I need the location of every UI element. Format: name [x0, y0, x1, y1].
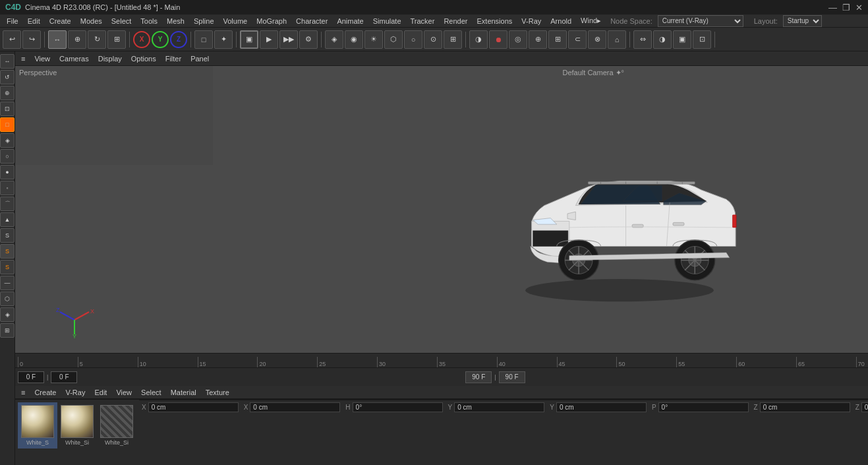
sidebar-extra-btn[interactable]: ⊞ [0, 323, 14, 338]
sidebar-bp-btn[interactable]: ◈ [0, 307, 14, 322]
array-btn[interactable]: ⊗ [588, 30, 606, 49]
menu-modes[interactable]: Modes [76, 16, 106, 26]
mat-item-0[interactable]: White_S [18, 402, 57, 449]
coord-z2-input[interactable] [861, 402, 868, 412]
transform-btn[interactable]: ⊞ [107, 30, 126, 49]
y-axis-btn[interactable]: Y [152, 31, 169, 48]
z-axis-btn[interactable]: Z [170, 31, 187, 48]
sidebar-mat-btn[interactable]: S [0, 228, 14, 243]
vp-menu-view[interactable]: View [31, 53, 53, 64]
menu-vray[interactable]: V-Ray [517, 16, 545, 26]
menu-wind[interactable]: Wind▸ [577, 15, 605, 26]
rotate-tool-btn[interactable]: ↻ [88, 30, 106, 49]
sidebar-rotate-btn[interactable]: ↺ [0, 70, 14, 84]
menu-render[interactable]: Render [440, 16, 471, 26]
vp-menu-filter[interactable]: Filter [162, 53, 185, 64]
vp-menu-options[interactable]: Options [128, 53, 159, 64]
mat-item-1[interactable]: White_Si [57, 402, 97, 449]
vp-menu-cameras[interactable]: Cameras [56, 53, 92, 64]
menu-arnold[interactable]: Arnold [546, 16, 575, 26]
scale-tool-btn[interactable]: ⊕ [68, 30, 86, 49]
end-frame-input1[interactable] [465, 371, 492, 383]
menu-extensions[interactable]: Extensions [473, 16, 516, 26]
sidebar-scale-btn[interactable]: ⊕ [0, 86, 14, 100]
mat-menu-view[interactable]: View [113, 387, 135, 398]
vp-menu-panel[interactable]: Panel [187, 53, 212, 64]
title-controls[interactable]: — ❐ ✕ [828, 3, 863, 13]
sidebar-edge-btn[interactable]: — [0, 276, 14, 290]
scene-btn[interactable]: ⊙ [424, 30, 442, 49]
undo-btn[interactable]: ↩ [3, 30, 21, 49]
sidebar-deform-btn[interactable]: ⌒ [0, 197, 14, 211]
close-btn[interactable]: ✕ [855, 3, 863, 13]
menu-volume[interactable]: Volume [219, 16, 252, 26]
photo2-btn[interactable]: ⊡ [693, 30, 711, 49]
sculpt-btn[interactable]: ◑ [469, 30, 488, 49]
paint-btn[interactable]: ◑ [653, 30, 672, 49]
menu-tracker[interactable]: Tracker [407, 16, 439, 26]
sidebar-uv-btn[interactable]: ◈ [0, 133, 14, 148]
sidebar-weight-btn[interactable]: ○ [0, 149, 14, 164]
mat-item-2[interactable]: White_Si [97, 402, 136, 449]
menu-edit[interactable]: Edit [24, 16, 44, 26]
menu-mograph[interactable]: MoGraph [252, 16, 291, 26]
render-settings-btn[interactable]: ⚙ [299, 30, 318, 49]
menu-file[interactable]: File [3, 16, 22, 26]
sidebar-move-btn[interactable]: ↔ [0, 54, 14, 69]
mat-menu-icon[interactable]: ≡ [18, 387, 28, 398]
x-axis-btn[interactable]: X [133, 31, 150, 48]
add-obj-btn[interactable]: ✦ [214, 30, 233, 49]
sidebar-s2-btn[interactable]: S [0, 244, 14, 259]
render-anim-btn[interactable]: ▶▶ [279, 30, 298, 49]
sidebar-poly-btn[interactable]: ⬡ [0, 292, 14, 306]
snap-btn[interactable]: ⊕ [529, 30, 547, 49]
deform-btn[interactable]: ⊂ [568, 30, 587, 49]
start-frame-input[interactable] [18, 371, 44, 383]
menu-select[interactable]: Select [107, 16, 136, 26]
mat-menu-select[interactable]: Select [138, 387, 165, 398]
sphere-btn[interactable]: ○ [404, 30, 422, 49]
object-mode-btn[interactable]: □ [194, 30, 213, 49]
menu-create[interactable]: Create [45, 16, 75, 26]
coord-y2-input[interactable] [556, 402, 647, 412]
camera-btn[interactable]: ◉ [345, 30, 363, 49]
move-tool-btn[interactable]: ↔ [48, 30, 67, 49]
menu-simulate[interactable]: Simulate [369, 16, 405, 26]
mat-menu-create[interactable]: Create [31, 387, 59, 398]
coord-x-input[interactable] [148, 402, 239, 412]
current-frame-input[interactable] [51, 371, 77, 383]
terrain-btn[interactable]: ⌂ [608, 30, 626, 49]
nodespace-select[interactable]: Current (V-Ray) [658, 15, 743, 27]
grid-btn[interactable]: ⊞ [444, 30, 462, 49]
sidebar-joint-btn[interactable]: ◦ [0, 181, 14, 195]
sidebar-sel-btn[interactable]: ⊡ [0, 102, 14, 116]
redo-btn[interactable]: ↪ [22, 30, 41, 49]
perspective-btn[interactable]: ◈ [325, 30, 343, 49]
menu-tools[interactable]: Tools [136, 16, 161, 26]
coord-x2-input[interactable] [250, 402, 340, 412]
maximize-btn[interactable]: ❐ [842, 3, 850, 13]
sidebar-s3-btn[interactable]: S [0, 260, 14, 274]
record-btn[interactable]: ⏺ [489, 30, 507, 49]
sidebar-sculpt-btn[interactable]: ● [0, 165, 14, 179]
sidebar-obj-btn[interactable]: □ [0, 117, 14, 132]
coord-h-input[interactable] [353, 402, 443, 412]
render-view-btn[interactable]: ▶ [260, 30, 278, 49]
keyframe-btn[interactable]: ◎ [509, 30, 527, 49]
vp-menu-display[interactable]: Display [95, 53, 125, 64]
layout-select[interactable]: Startup [783, 15, 822, 27]
mat-menu-edit[interactable]: Edit [91, 387, 110, 398]
viewport[interactable]: X Z Y Perspective Default Camera ✦° Grid… [15, 66, 868, 353]
render-region-btn[interactable]: ▣ [240, 30, 258, 49]
photo-btn[interactable]: ▣ [673, 30, 691, 49]
mirror-btn[interactable]: ⇔ [633, 30, 652, 49]
mat-menu-material[interactable]: Material [167, 387, 200, 398]
menu-character[interactable]: Character [292, 16, 332, 26]
minimize-btn[interactable]: — [828, 3, 837, 13]
vp-menu-icon[interactable]: ≡ [18, 53, 28, 64]
end-frame-input2[interactable] [499, 371, 525, 383]
menu-spline[interactable]: Spline [190, 16, 218, 26]
mat-menu-vray[interactable]: V-Ray [62, 387, 88, 398]
sidebar-topo-btn[interactable]: ▲ [0, 212, 14, 227]
coord-p-input[interactable] [658, 402, 749, 412]
